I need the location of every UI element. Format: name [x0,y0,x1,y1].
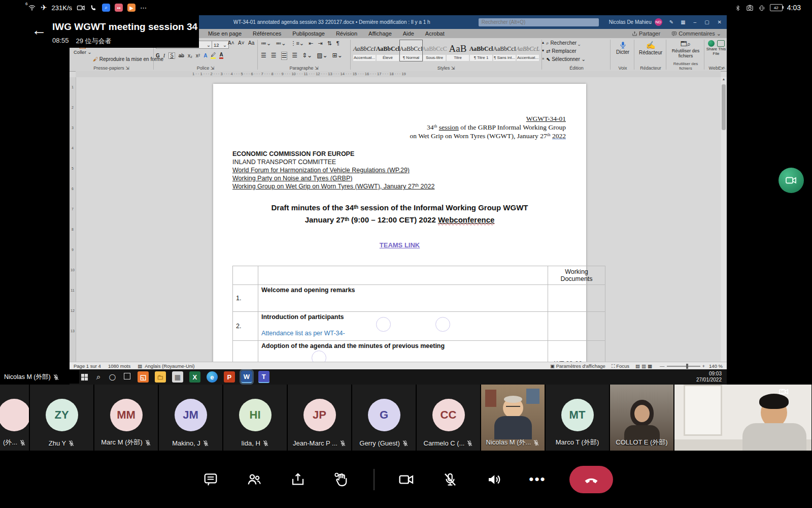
tab-references[interactable]: Références [247,30,287,37]
tab-acrobat[interactable]: Acrobat [420,30,450,37]
participant-tile[interactable]: G Gerry (Guest) [352,385,416,451]
powerpoint-icon[interactable]: P [224,371,235,383]
orange-app-icon[interactable]: ▶ [127,4,136,12]
dictate-button[interactable]: Dicter [612,38,634,55]
borders-icon[interactable]: ⊞⌄ [332,52,343,60]
taskbar-app-gray-icon[interactable]: ▦ [172,371,183,383]
vertical-scrollbar[interactable]: ▲ [721,77,727,362]
increase-indent-icon[interactable]: ⇥ [318,40,322,47]
numbering-icon[interactable]: ≕⌄ [276,40,286,47]
replace-button[interactable]: ⇄ Remplacer [546,48,577,54]
tab-affichage[interactable]: Affichage [363,30,397,37]
file-explorer-icon[interactable]: 🗀 [155,371,166,383]
tab-aide[interactable]: Aide [397,30,420,37]
shading-icon[interactable]: ▨⌄ [317,52,327,60]
ribbon-display-icon[interactable]: ▦ [681,19,685,25]
multilevel-list-icon[interactable]: ⋮≡⌄ [290,40,304,47]
style-normal[interactable]: AaBbCcI ¶ Normal [399,40,423,61]
participant-tile-video[interactable] [674,385,811,451]
microphone-muted-button[interactable] [438,468,462,491]
zoom-in-icon[interactable]: + [702,363,705,369]
blue-search-app-icon[interactable]: ⌕ [102,4,110,12]
close-button[interactable]: ✕ [718,19,722,25]
share-button[interactable]: Partager [626,30,666,37]
align-right-icon[interactable]: ☰ [281,52,288,60]
page-indicator[interactable]: Page 1 sur 4 [74,363,101,369]
chat-button[interactable] [199,468,222,491]
shrink-font-icon[interactable]: A˅ [238,40,245,46]
tab-publipostage[interactable]: Publipostage [287,30,330,37]
align-left-icon[interactable]: ☰ [261,52,266,60]
camera-switch-icon[interactable] [777,386,791,397]
maximize-button[interactable]: ▢ [704,19,709,25]
participant-tile-video[interactable]: Nicolas M (外... [481,385,545,451]
account-avatar[interactable]: ND [655,18,662,26]
scrollbar-thumb[interactable] [722,84,726,130]
editor-button[interactable]: ✍ Rédacteur [635,38,666,55]
excel-icon[interactable]: X [189,371,200,383]
vertical-ruler[interactable]: 1 2 3 4 5 6 7 8 9 10 11 12 13 [70,77,76,362]
style-titre-1[interactable]: AaBbCcl ¶ Titre 1 [469,40,493,61]
line-spacing-icon[interactable]: ⇕⌄ [302,52,312,60]
reuse-files-button[interactable]: 🗔⌕ Réutiliser des fichiers [667,38,704,58]
italic-icon[interactable]: I [163,53,165,58]
zoom-level[interactable]: 140 % [709,363,723,369]
comments-button[interactable]: Commentaires ⌄ [666,30,727,37]
dialog-launcher-icon[interactable]: ⇲ [451,66,455,71]
share-screen-button[interactable] [286,468,310,491]
participant-tile[interactable]: (外... [0,385,29,451]
grow-font-icon[interactable]: A˄ [228,40,234,46]
select-button[interactable]: ⬉ Sélectionner ⌄ [546,56,586,62]
participant-tile-video[interactable]: COLLOT E (外部) [610,385,673,451]
reactions-button[interactable] [330,468,353,491]
task-view-icon[interactable] [124,372,130,382]
cortana-icon[interactable]: ◯ [109,373,115,380]
back-button[interactable]: ← [31,22,47,38]
start-button[interactable] [81,372,88,382]
style-titre[interactable]: AaB Titre [446,40,469,61]
justify-icon[interactable]: ☰ [292,52,297,60]
pen-icon[interactable]: ✎ [669,19,673,25]
dialog-launcher-icon[interactable]: ⇲ [211,66,215,71]
participant-tile[interactable]: ZY Zhu Y [30,385,93,451]
word-count[interactable]: 1080 mots [108,363,130,369]
style-sans-interligne[interactable]: AaBbCcI ¶ Sans int... [493,40,516,61]
participant-tile[interactable]: MM Marc M (外部) [94,385,158,451]
sort-icon[interactable]: ⇅ [327,40,332,47]
bold-icon[interactable]: G [156,53,160,58]
language-indicator[interactable]: Anglais (Royaume-Uni) [145,363,194,369]
document-page[interactable]: WGWT-34-01 34ᵗʰ session of the GRBP Info… [213,84,586,362]
proofing-icon[interactable]: ▤ [138,363,142,369]
zoom-slider[interactable] [667,366,700,367]
style-sous-titre[interactable]: AaBbCcC Sous-titre [423,40,446,61]
search-input[interactable] [479,18,599,26]
display-settings-button[interactable]: ▣ Paramètres d'affichage [550,363,605,369]
tab-revision[interactable]: Révision [330,30,363,37]
font-size-select[interactable]: 12⌄ [212,41,229,49]
style-accentuation-2[interactable]: AaBbCcL Accentuat... [516,40,539,61]
focus-button[interactable]: ⛶ Focus [612,363,629,369]
edge-icon[interactable]: e [207,371,218,383]
dialog-launcher-icon[interactable]: ⇲ [315,66,319,71]
tab-mise-en-page[interactable]: Mise en page [202,30,247,37]
taskbar-clock[interactable]: 09:03 27/01/2022 [696,371,722,383]
font-color-icon[interactable]: A [219,52,223,59]
superscript-icon[interactable]: x² [196,53,200,58]
account-name[interactable]: Nicolas De Mahieu [609,19,652,25]
participant-tile[interactable]: JP Jean-Marc P ... [288,385,351,451]
word-icon[interactable]: W [241,371,252,383]
floating-meeting-bubble[interactable] [779,168,804,193]
participant-tile[interactable]: HI Iida, H [223,385,287,451]
red-app-icon[interactable]: ▪▪ [115,4,123,12]
zoom-out-icon[interactable]: — [660,363,665,369]
change-case-icon[interactable]: Aa [248,40,254,46]
teams-link[interactable]: TEAMS LINK [380,241,420,249]
taskbar-search-icon[interactable]: ⌕ [96,372,100,382]
meeting-participant-count[interactable]: 29 位与会者 [76,37,112,46]
text-effects-icon[interactable]: A [204,53,207,58]
style-eleve[interactable]: AaBbCcl Élevé [376,40,399,61]
participant-tile[interactable]: JM Makino, J [159,385,222,451]
collapse-ribbon-icon[interactable]: ˄ [723,66,725,71]
find-button[interactable]: ⌕ Rechercher ⌄ [546,40,581,46]
participants-button[interactable] [243,468,266,491]
